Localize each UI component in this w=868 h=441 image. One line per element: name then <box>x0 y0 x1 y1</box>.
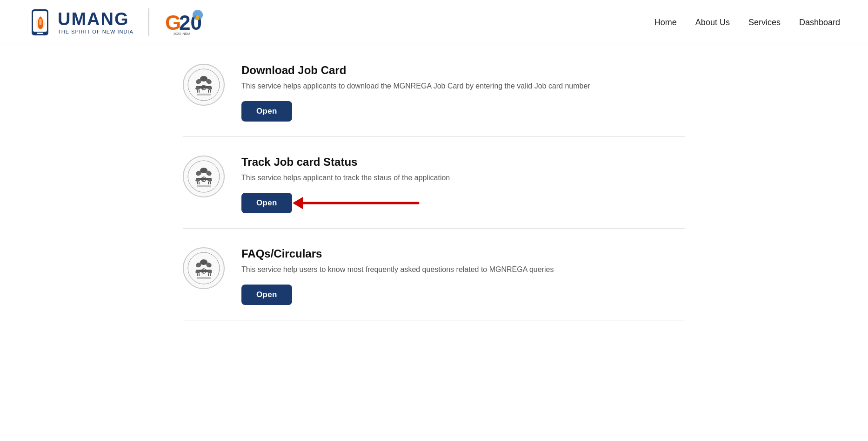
svg-point-16 <box>188 69 220 101</box>
ashoka-emblem-icon-3 <box>187 252 220 285</box>
svg-point-52 <box>188 252 220 284</box>
svg-rect-67 <box>210 273 211 276</box>
svg-rect-65 <box>199 273 200 276</box>
red-arrow-annotation <box>293 191 423 215</box>
ashoka-emblem-icon <box>187 68 220 101</box>
open-button-track-job-card-status[interactable]: Open <box>241 193 292 213</box>
umang-title: UMANG <box>58 10 134 28</box>
svg-point-27 <box>207 87 212 90</box>
service-info-download-job-card: Download Job Card This service helps app… <box>241 64 685 122</box>
svg-point-26 <box>195 87 200 90</box>
umang-logo: UMANG THE SPIRIT OF NEW INDIA <box>28 8 134 36</box>
svg-text:2023 INDIA: 2023 INDIA <box>174 32 191 35</box>
header-divider <box>148 8 149 36</box>
service-icon-faqs-circulars <box>183 247 225 289</box>
umang-subtitle: THE SPIRIT OF NEW INDIA <box>58 29 134 34</box>
svg-point-43 <box>195 179 200 182</box>
service-info-faqs-circulars: FAQs/Circulars This service help users t… <box>241 247 685 305</box>
g20-badge-icon: G 20 2023 INDIA <box>164 8 206 36</box>
svg-rect-49 <box>197 185 211 187</box>
header: UMANG THE SPIRIT OF NEW INDIA G 20 <box>0 0 868 45</box>
svg-rect-4 <box>40 19 42 25</box>
svg-rect-47 <box>208 182 209 184</box>
service-title-faqs-circulars: FAQs/Circulars <box>241 247 685 260</box>
service-title-download-job-card: Download Job Card <box>241 64 685 77</box>
umang-phone-icon <box>28 8 53 36</box>
button-arrow-container: Open <box>241 193 292 213</box>
header-left: UMANG THE SPIRIT OF NEW INDIA G 20 <box>28 8 206 36</box>
nav-item-home[interactable]: Home <box>654 18 677 27</box>
nav-item-dashboard[interactable]: Dashboard <box>799 18 840 27</box>
service-icon-download-job-card <box>183 64 225 106</box>
svg-rect-48 <box>210 182 211 184</box>
ashoka-emblem-icon-2 <box>187 160 220 193</box>
g20-logo: G 20 2023 INDIA <box>164 8 206 36</box>
svg-rect-31 <box>210 90 211 93</box>
svg-rect-32 <box>197 94 211 95</box>
svg-point-62 <box>195 271 200 273</box>
svg-rect-30 <box>208 90 209 93</box>
svg-rect-2 <box>37 33 43 34</box>
svg-marker-51 <box>293 197 303 209</box>
svg-rect-29 <box>199 90 200 93</box>
nav-item-about-us[interactable]: About Us <box>695 18 730 27</box>
svg-point-33 <box>188 161 220 192</box>
svg-rect-66 <box>208 273 209 276</box>
service-card-download-job-card: Download Job Card This service helps app… <box>183 45 685 137</box>
svg-point-5 <box>40 17 42 19</box>
service-desc-track-job-card-status: This service helps applicant to track th… <box>241 172 685 183</box>
service-title-track-job-card-status: Track Job card Status <box>241 156 685 169</box>
main-content: Download Job Card This service helps app… <box>155 45 713 320</box>
service-desc-faqs-circulars: This service help users to know most fre… <box>241 264 685 275</box>
svg-rect-68 <box>197 277 211 279</box>
service-card-track-job-card-status: Track Job card Status This service helps… <box>183 137 685 229</box>
svg-rect-28 <box>197 90 198 93</box>
svg-rect-64 <box>197 273 198 276</box>
umang-text: UMANG THE SPIRIT OF NEW INDIA <box>58 10 134 34</box>
main-nav: Home About Us Services Dashboard <box>654 18 840 27</box>
svg-rect-45 <box>197 182 198 184</box>
svg-point-44 <box>207 179 212 182</box>
service-icon-track-job-card-status <box>183 156 225 197</box>
service-card-faqs-circulars: FAQs/Circulars This service help users t… <box>183 229 685 320</box>
nav-item-services[interactable]: Services <box>748 18 781 27</box>
open-button-faqs-circulars[interactable]: Open <box>241 285 292 305</box>
svg-rect-46 <box>199 182 200 184</box>
open-button-download-job-card[interactable]: Open <box>241 101 292 122</box>
service-desc-download-job-card: This service helps applicants to downloa… <box>241 81 685 92</box>
svg-point-63 <box>207 271 212 273</box>
service-info-track-job-card-status: Track Job card Status This service helps… <box>241 156 685 213</box>
